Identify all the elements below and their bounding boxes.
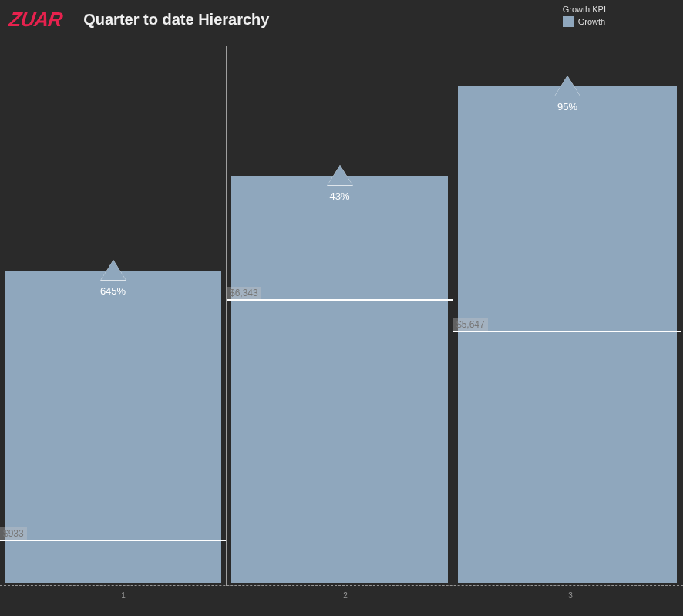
logo: ZUAR <box>8 8 64 32</box>
page-title: Quarter to date Hierarchy <box>83 11 269 29</box>
growth-indicator-icon <box>101 260 126 280</box>
growth-pct-label-1: 645% <box>100 285 126 297</box>
reference-line-1 <box>0 540 226 541</box>
bar-column-2[interactable]: 43% $6,343 <box>227 46 453 586</box>
legend-title: Growth KPI <box>563 5 606 14</box>
legend: Growth KPI Growth <box>563 5 606 27</box>
legend-swatch-icon <box>563 16 574 27</box>
x-tick-2: 2 <box>343 591 348 600</box>
legend-item-label: Growth <box>578 17 605 26</box>
bar-3 <box>458 86 677 583</box>
baseline <box>0 585 683 586</box>
bar-2 <box>231 176 448 583</box>
x-tick-3: 3 <box>568 591 573 600</box>
growth-indicator-icon <box>328 165 352 185</box>
chart-area: 645% $933 43% $6,343 95% $5,647 1 2 3 <box>0 46 683 601</box>
growth-indicator-icon <box>555 76 580 96</box>
growth-pct-label-3: 95% <box>557 101 577 113</box>
legend-item[interactable]: Growth <box>563 16 606 27</box>
reference-label-3: $5,647 <box>453 318 488 331</box>
reference-line-2 <box>227 299 453 301</box>
bar-column-1[interactable]: 645% $933 <box>0 46 226 586</box>
growth-pct-label-2: 43% <box>329 190 349 202</box>
bar-1 <box>5 271 221 583</box>
bar-column-3[interactable]: 95% $5,647 <box>453 46 681 586</box>
x-tick-1: 1 <box>121 591 126 600</box>
reference-line-3 <box>453 331 681 332</box>
reference-label-1: $933 <box>0 527 27 540</box>
reference-label-2: $6,343 <box>227 287 261 299</box>
